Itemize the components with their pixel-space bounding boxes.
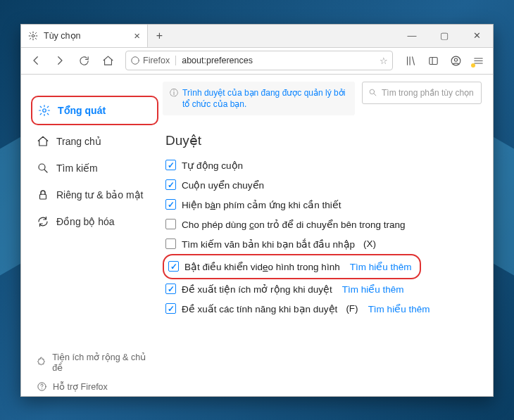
sidebar-item-label: Tổng quát (58, 105, 106, 116)
svg-point-1 (132, 57, 139, 65)
preferences-sidebar: Tổng quát Trang chủ Tìm kiếm Riêng tư & … (21, 75, 158, 396)
new-tab-button[interactable]: + (148, 25, 171, 47)
sidebar-footer-support[interactable]: Hỗ trợ Firefox (31, 377, 158, 396)
svg-rect-2 (429, 57, 437, 64)
checkbox[interactable] (165, 199, 176, 210)
pref-label: Cuộn uyển chuyển (182, 179, 264, 191)
bookmark-star-icon[interactable]: ☆ (380, 56, 388, 66)
sync-icon (37, 215, 49, 228)
sidebar-icon (427, 55, 439, 67)
preferences-main: ⓘ Trình duyệt của bạn đang được quản lý … (158, 75, 493, 396)
learn-more-link[interactable]: Tìm hiểu thêm (350, 261, 412, 272)
home-icon (102, 55, 114, 67)
pref-label: Bật điều khiển video hình trong hình (184, 261, 340, 272)
gear-icon (28, 31, 38, 41)
checkbox[interactable] (165, 219, 176, 229)
pref-row: Bật điều khiển video hình trong hìnhTìm … (165, 257, 414, 276)
sidebar-item-search[interactable]: Tìm kiếm (31, 155, 158, 182)
window-controls: — ▢ ✕ (396, 25, 493, 47)
highlight-general: Tổng quát (31, 96, 158, 125)
titlebar: Tùy chọn × + — ▢ ✕ (21, 25, 493, 48)
svg-point-5 (43, 108, 46, 112)
pref-label: Hiện bàn phím cảm ứng khi cần thiết (182, 199, 341, 210)
arrow-left-icon (30, 54, 42, 67)
content-area: Tổng quát Trang chủ Tìm kiếm Riêng tư & … (21, 75, 493, 396)
sidebar-item-general[interactable]: Tổng quát (32, 97, 157, 124)
sidebar-item-label: Riêng tư & bảo mật (56, 189, 144, 201)
highlight-pip-row: Bật điều khiển video hình trong hìnhTìm … (163, 254, 421, 279)
learn-more-link[interactable]: Tìm hiểu thêm (368, 303, 430, 314)
info-icon: ⓘ (170, 87, 178, 110)
checkbox[interactable] (165, 179, 176, 190)
account-icon (450, 55, 462, 67)
menu-button[interactable] (468, 50, 489, 71)
tab-title: Tùy chọn (44, 30, 80, 41)
browser-tab[interactable]: Tùy chọn × (21, 25, 148, 47)
arrow-right-icon (54, 54, 66, 67)
back-button[interactable] (25, 50, 46, 71)
sidebar-footer-extensions[interactable]: Tiện ích mở rộng & chủ đề (31, 348, 158, 377)
pref-row: Tìm kiếm văn bản khi bạn bắt đầu nhập(X) (163, 234, 482, 254)
sidebar-item-privacy[interactable]: Riêng tư & bảo mật (31, 182, 158, 208)
lock-icon (37, 189, 49, 201)
browser-window: Tùy chọn × + — ▢ ✕ Firefox (20, 24, 494, 397)
sidebar-item-label: Đồng bộ hóa (56, 216, 115, 227)
close-tab-icon[interactable]: × (134, 30, 140, 42)
url-text: about:preferences (175, 56, 253, 65)
reload-button[interactable] (73, 50, 94, 71)
section-heading-browsing: Duyệt (165, 132, 482, 148)
pref-label: Đề xuất các tính năng khi bạn duyệt (182, 303, 337, 314)
maximize-button[interactable]: ▢ (428, 25, 460, 47)
checkbox[interactable] (165, 303, 176, 314)
checkbox[interactable] (165, 284, 176, 294)
shortcut-key: (X) (363, 238, 376, 249)
search-icon (368, 88, 377, 97)
learn-more-link[interactable]: Tìm hiểu thêm (342, 284, 404, 295)
checkbox[interactable] (165, 238, 176, 249)
search-icon (37, 162, 49, 174)
preferences-search-input[interactable]: Tìm trong phần tùy chọn (362, 82, 482, 104)
sidebar-item-label: Tìm kiếm (56, 163, 98, 174)
minimize-button[interactable]: — (396, 25, 428, 47)
pref-label: Tìm kiếm văn bản khi bạn bắt đầu nhập (182, 238, 355, 250)
checkbox[interactable] (168, 261, 179, 272)
pref-row: Đề xuất tiện ích mở rộng khi duyệtTìm hi… (163, 279, 482, 299)
sidebar-button[interactable] (422, 50, 444, 71)
account-button[interactable] (445, 50, 466, 71)
home-icon (37, 135, 49, 148)
sidebar-item-sync[interactable]: Đồng bộ hóa (31, 208, 158, 235)
gear-icon (38, 104, 51, 117)
shortcut-key: (F) (346, 303, 358, 314)
svg-point-4 (454, 58, 457, 61)
pref-row: Tự động cuộn (163, 155, 482, 175)
pref-row: Cuộn uyển chuyển (163, 175, 482, 195)
url-bar[interactable]: Firefox about:preferences ☆ (125, 51, 393, 70)
close-window-button[interactable]: ✕ (460, 25, 493, 47)
svg-point-0 (32, 34, 35, 37)
help-icon (37, 381, 47, 392)
pref-row: Hiện bàn phím cảm ứng khi cần thiết (163, 195, 482, 215)
sidebar-item-label: Trang chủ (56, 136, 101, 147)
library-button[interactable] (400, 50, 421, 71)
pref-label: Cho phép dùng con trỏ để di chuyển bên t… (182, 219, 405, 230)
library-icon (405, 55, 417, 67)
pref-row: Đề xuất các tính năng khi bạn duyệt(F)Tì… (163, 299, 482, 319)
sidebar-item-home[interactable]: Trang chủ (31, 128, 158, 155)
pref-label: Tự động cuộn (182, 160, 243, 171)
identity-box[interactable]: Firefox (130, 56, 170, 65)
navbar: Firefox about:preferences ☆ (21, 48, 493, 75)
pref-label: Đề xuất tiện ích mở rộng khi duyệt (182, 284, 332, 295)
forward-button[interactable] (49, 50, 70, 71)
reload-icon (78, 55, 90, 67)
firefox-icon (130, 56, 140, 65)
svg-rect-7 (40, 194, 46, 199)
checkbox[interactable] (165, 160, 176, 170)
home-button[interactable] (97, 50, 118, 71)
managed-notice: ⓘ Trình duyệt của bạn đang được quản lý … (163, 82, 355, 115)
puzzle-icon (37, 357, 46, 367)
pref-row: Cho phép dùng con trỏ để di chuyển bên t… (163, 215, 482, 234)
